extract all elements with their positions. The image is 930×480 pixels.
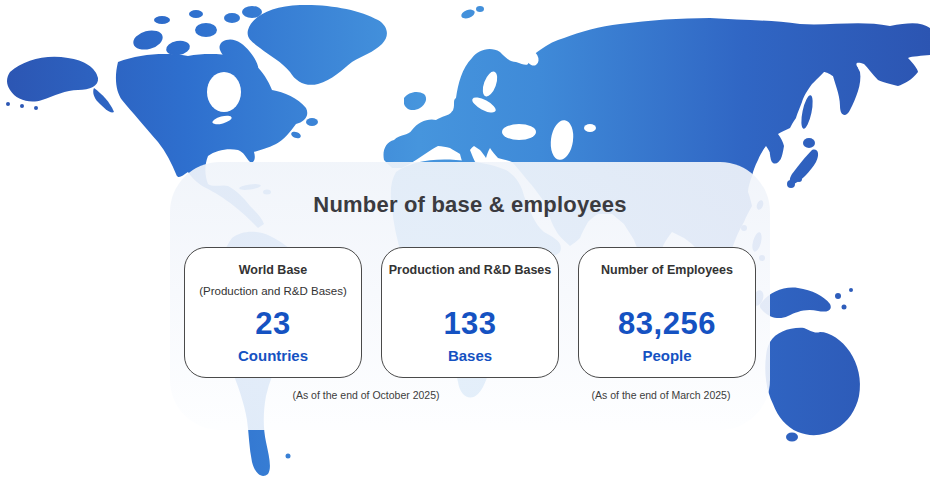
region-japan bbox=[787, 138, 818, 188]
stat-cards-row: World Base (Production and R&D Bases) 23… bbox=[170, 247, 770, 378]
region-tasmania bbox=[786, 433, 798, 442]
footnote-employees-date: (As of the end of March 2025) bbox=[592, 389, 731, 401]
card-unit: Bases bbox=[448, 347, 492, 365]
region-iceland bbox=[404, 92, 426, 110]
stats-panel: Number of base & employees World Base (P… bbox=[170, 162, 770, 430]
card-title: World Base bbox=[239, 263, 308, 278]
card-value: 133 bbox=[443, 307, 496, 341]
footnote-bases-date: (As of the end of October 2025) bbox=[292, 389, 439, 401]
hudson-bay bbox=[207, 72, 241, 112]
stat-card-employees: Number of Employees 83,256 People bbox=[578, 247, 756, 378]
aral-sea bbox=[584, 124, 596, 132]
region-australia bbox=[765, 328, 860, 435]
stat-card-world-base: World Base (Production and R&D Bases) 23… bbox=[184, 247, 362, 378]
card-subtitle: (Production and R&D Bases) bbox=[199, 284, 347, 298]
card-title: Number of Employees bbox=[601, 263, 733, 278]
card-unit: People bbox=[642, 347, 691, 365]
infographic-stage: Number of base & employees World Base (P… bbox=[0, 0, 930, 480]
region-svalbard bbox=[460, 6, 484, 20]
card-value: 23 bbox=[255, 307, 290, 341]
region-greenland bbox=[248, 5, 387, 85]
region-alaska-panhandle bbox=[93, 88, 114, 112]
stat-card-production-rd-bases: Production and R&D Bases 133 Bases bbox=[381, 247, 559, 378]
card-title: Production and R&D Bases bbox=[389, 263, 552, 278]
card-unit: Countries bbox=[238, 347, 308, 365]
region-alaska bbox=[7, 57, 98, 102]
card-value: 83,256 bbox=[618, 307, 716, 341]
black-sea bbox=[502, 124, 536, 140]
region-kamchatka bbox=[832, 60, 860, 115]
region-new-guinea bbox=[760, 288, 831, 318]
page-title: Number of base & employees bbox=[170, 192, 770, 218]
region-falkland-islands bbox=[286, 454, 291, 459]
